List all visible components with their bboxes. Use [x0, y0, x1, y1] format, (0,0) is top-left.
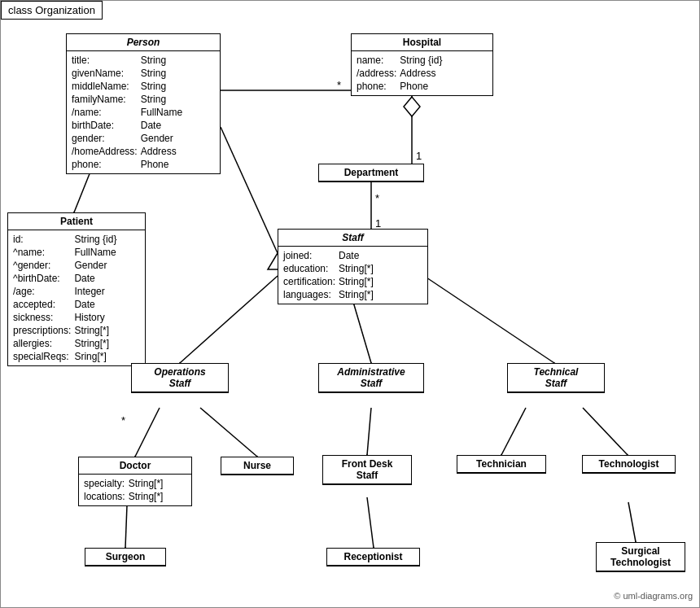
table-row: certification:String[*] [283, 275, 377, 288]
field-label: familyName: [72, 93, 141, 106]
field-type: Date [339, 249, 377, 262]
box-body-person: title:StringgivenName:StringmiddleName:S… [67, 51, 220, 173]
field-label: ^name: [13, 246, 74, 259]
field-label: phone: [357, 80, 400, 93]
box-title-surgeon: Surgeon [85, 549, 165, 566]
svg-line-20 [125, 505, 127, 548]
field-type: String {id} [74, 233, 120, 246]
field-type: String[*] [74, 337, 120, 350]
box-title-technician: Technician [457, 456, 545, 473]
uml-box-department: Department [318, 164, 424, 182]
table-row: middleName:String [72, 80, 186, 93]
table-row: givenName:String [72, 67, 186, 80]
field-type: History [74, 311, 120, 324]
field-label: allergies: [13, 337, 74, 350]
field-label: name: [357, 54, 400, 67]
box-body-staff: joined:Dateeducation:String[*]certificat… [278, 247, 427, 304]
table-row: ^gender:Gender [13, 259, 120, 272]
uml-box-admin_staff: AdministrativeStaff [318, 363, 424, 393]
uml-box-technical_staff: TechnicalStaff [507, 363, 605, 393]
table-row: accepted:Date [13, 298, 120, 311]
field-type: Date [141, 119, 186, 132]
box-title-technical_staff: TechnicalStaff [508, 364, 604, 392]
field-type: String[*] [129, 477, 167, 490]
table-row: phone:Phone [72, 158, 186, 171]
table-row: sickness:History [13, 311, 120, 324]
svg-line-4 [180, 276, 278, 363]
box-title-doctor: Doctor [79, 457, 191, 475]
table-row: birthDate:Date [72, 119, 186, 132]
field-type: String [141, 67, 186, 80]
diagram-container: class Organization [0, 0, 700, 608]
field-type: Phone [400, 80, 445, 93]
field-label: prescriptions: [13, 324, 74, 337]
box-body-doctor: specialty:String[*]locations:String[*] [79, 475, 191, 505]
box-body-patient: id:String {id}^name:FullName^gender:Gend… [8, 230, 145, 365]
box-title-staff: Staff [278, 230, 427, 247]
uml-box-nurse: Nurse [221, 457, 294, 475]
svg-text:1: 1 [416, 150, 422, 162]
field-type: FullName [141, 106, 186, 119]
field-label: specialty: [84, 477, 129, 490]
svg-text:*: * [375, 192, 379, 204]
table-row: id:String {id} [13, 233, 120, 246]
uml-box-hospital: Hospitalname:String {id}/address:Address… [351, 33, 493, 96]
field-label: joined: [283, 249, 339, 262]
svg-text:*: * [337, 79, 341, 91]
table-row: /age:Integer [13, 285, 120, 298]
field-type: Date [74, 298, 120, 311]
table-row: /address:Address [357, 67, 445, 80]
table-row: specialReqs:Sring[*] [13, 350, 120, 363]
svg-line-18 [583, 408, 628, 455]
field-label: ^birthDate: [13, 272, 74, 285]
svg-line-12 [200, 408, 257, 457]
field-label: accepted: [13, 298, 74, 311]
field-label: id: [13, 233, 74, 246]
field-type: Integer [74, 285, 120, 298]
field-label: birthDate: [72, 119, 141, 132]
field-type: String[*] [74, 324, 120, 337]
svg-line-8 [424, 276, 554, 363]
field-type: String [141, 54, 186, 67]
field-type: Phone [141, 158, 186, 171]
uml-box-staff: Staffjoined:Dateeducation:String[*]certi… [278, 229, 428, 304]
box-title-patient: Patient [8, 213, 145, 230]
svg-line-28 [221, 127, 278, 253]
table-row: specialty:String[*] [84, 477, 166, 490]
field-label: title: [72, 54, 141, 67]
box-title-hospital: Hospital [352, 34, 492, 51]
field-type: Address [141, 145, 186, 158]
field-label: certification: [283, 275, 339, 288]
svg-line-24 [628, 502, 636, 542]
svg-line-22 [367, 497, 374, 548]
table-row: /homeAddress:Address [72, 145, 186, 158]
uml-box-receptionist: Receptionist [326, 548, 420, 566]
field-label: gender: [72, 132, 141, 145]
field-type: String[*] [339, 275, 377, 288]
uml-box-doctor: Doctorspecialty:String[*]locations:Strin… [78, 457, 192, 506]
box-title-person: Person [67, 34, 220, 51]
field-type: Address [400, 67, 445, 80]
box-title-surgical_technologist: SurgicalTechnologist [597, 543, 685, 571]
table-row: title:String [72, 54, 186, 67]
field-label: locations: [84, 490, 129, 503]
field-type: String {id} [400, 54, 445, 67]
table-row: languages:String[*] [283, 288, 377, 301]
uml-box-operations_staff: OperationsStaff [131, 363, 229, 393]
table-row: education:String[*] [283, 262, 377, 275]
svg-line-26 [74, 172, 90, 212]
table-row: ^name:FullName [13, 246, 120, 259]
table-row: familyName:String [72, 93, 186, 106]
table-row: allergies:String[*] [13, 337, 120, 350]
box-title-admin_staff: AdministrativeStaff [319, 364, 423, 392]
field-label: middleName: [72, 80, 141, 93]
box-title-technologist: Technologist [583, 456, 675, 473]
field-label: /age: [13, 285, 74, 298]
svg-text:1: 1 [375, 217, 381, 230]
svg-text:*: * [121, 414, 125, 426]
box-title-nurse: Nurse [221, 457, 293, 475]
svg-marker-2 [404, 97, 420, 116]
table-row: name:String {id} [357, 54, 445, 67]
field-type: Gender [141, 132, 186, 145]
field-type: Gender [74, 259, 120, 272]
